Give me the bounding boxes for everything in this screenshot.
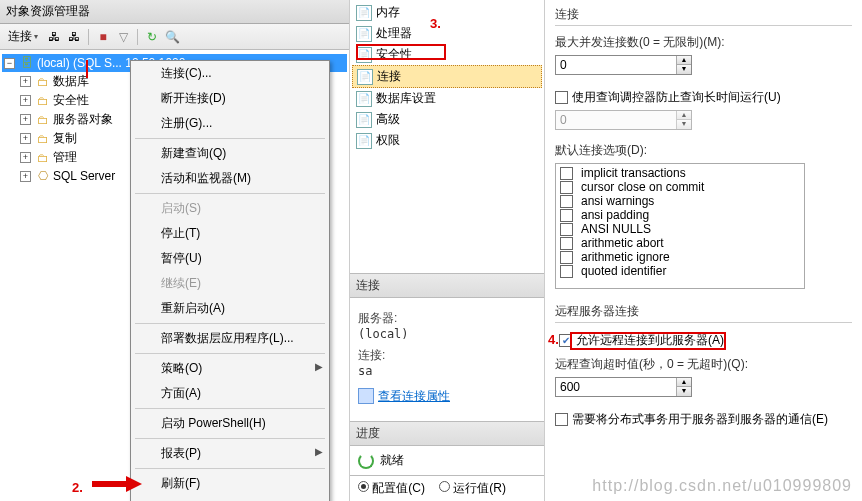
menu-stop[interactable]: 停止(T) bbox=[131, 221, 329, 246]
toolbar-icon-6[interactable]: 🔍 bbox=[164, 29, 180, 45]
radio-label: 运行值(R) bbox=[453, 481, 506, 495]
connect-label: 连接 bbox=[8, 28, 32, 45]
menu-policy[interactable]: 策略(O)▶ bbox=[131, 356, 329, 381]
radio-icon bbox=[439, 481, 450, 492]
default-options-list[interactable]: implicit transactions cursor close on co… bbox=[555, 163, 805, 289]
connect-dropdown[interactable]: 连接▾ bbox=[4, 27, 42, 46]
expand-icon[interactable]: + bbox=[20, 95, 31, 106]
group-remote: 远程服务器连接 bbox=[555, 301, 852, 323]
checkbox-icon[interactable] bbox=[560, 195, 573, 208]
menu-facets[interactable]: 方面(A) bbox=[131, 381, 329, 406]
option-row[interactable]: ansi padding bbox=[558, 208, 802, 222]
page-icon: 📄 bbox=[356, 91, 372, 107]
progress-section-header: 进度 bbox=[350, 421, 544, 446]
nav-label: 权限 bbox=[376, 132, 400, 149]
menu-label: 策略(O) bbox=[161, 361, 202, 375]
option-row[interactable]: quoted identifier bbox=[558, 264, 802, 278]
menu-new-query[interactable]: 新建查询(Q) bbox=[131, 141, 329, 166]
max-connections-label: 最大并发连接数(0 = 无限制)(M): bbox=[555, 34, 852, 51]
refresh-icon[interactable]: ↻ bbox=[144, 29, 160, 45]
tree-label: SQL Server bbox=[53, 169, 115, 183]
menu-activity-monitor[interactable]: 活动和监视器(M) bbox=[131, 166, 329, 191]
checkbox-label: 需要将分布式事务用于服务器到服务器的通信(E) bbox=[572, 412, 828, 426]
checkbox-label: 使用查询调控器防止查询长时间运行(U) bbox=[572, 90, 781, 104]
toolbar-icon-2[interactable]: 🖧 bbox=[66, 29, 82, 45]
nav-permissions[interactable]: 📄权限 bbox=[352, 130, 542, 151]
menu-properties[interactable]: 属性(R) bbox=[131, 496, 329, 501]
expand-icon[interactable]: + bbox=[20, 171, 31, 182]
radio-config-value[interactable]: 配置值(C) bbox=[358, 480, 425, 497]
expand-icon[interactable]: + bbox=[20, 76, 31, 87]
stop-icon[interactable]: ■ bbox=[95, 29, 111, 45]
checkbox-icon[interactable] bbox=[560, 167, 573, 180]
menu-connect[interactable]: 连接(C)... bbox=[131, 61, 329, 86]
menu-powershell[interactable]: 启动 PowerShell(H) bbox=[131, 411, 329, 436]
checkbox-icon[interactable] bbox=[560, 209, 573, 222]
checkbox-icon[interactable] bbox=[560, 223, 573, 236]
checkbox-icon[interactable] bbox=[560, 265, 573, 278]
default-options-label: 默认连接选项(D): bbox=[555, 142, 852, 159]
expand-icon[interactable]: + bbox=[20, 133, 31, 144]
link-label: 查看连接属性 bbox=[378, 388, 450, 405]
page-icon: 📄 bbox=[356, 112, 372, 128]
max-connections-field[interactable] bbox=[556, 56, 676, 74]
object-explorer-toolbar: 连接▾ 🖧 🖧 ■ ▽ ↻ 🔍 bbox=[0, 24, 349, 50]
checkbox-icon[interactable] bbox=[560, 251, 573, 264]
nav-dbsettings[interactable]: 📄数据库设置 bbox=[352, 88, 542, 109]
checkbox-icon[interactable] bbox=[560, 237, 573, 250]
option-row[interactable]: arithmetic abort bbox=[558, 236, 802, 250]
query-governor-checkbox[interactable]: 使用查询调控器防止查询长时间运行(U) bbox=[555, 90, 781, 104]
filter-icon[interactable]: ▽ bbox=[115, 29, 131, 45]
remote-timeout-field[interactable] bbox=[556, 378, 676, 396]
checkbox-icon[interactable] bbox=[560, 181, 573, 194]
max-connections-input[interactable]: ▲▼ bbox=[555, 55, 692, 75]
menu-separator bbox=[135, 138, 325, 139]
option-row[interactable]: ANSI NULLS bbox=[558, 222, 802, 236]
nav-memory[interactable]: 📄内存 bbox=[352, 2, 542, 23]
nav-label: 高级 bbox=[376, 111, 400, 128]
spin-up-icon[interactable]: ▲ bbox=[677, 378, 691, 387]
menu-pause[interactable]: 暂停(U) bbox=[131, 246, 329, 271]
menu-deploy[interactable]: 部署数据层应用程序(L)... bbox=[131, 326, 329, 351]
nav-advanced[interactable]: 📄高级 bbox=[352, 109, 542, 130]
menu-restart[interactable]: 重新启动(A) bbox=[131, 296, 329, 321]
annotation-line bbox=[86, 60, 88, 78]
spin-down-icon[interactable]: ▼ bbox=[677, 387, 691, 396]
option-label: ANSI NULLS bbox=[581, 222, 651, 236]
page-nav-list: 📄内存 📄处理器 📄安全性 📄连接 📄数据库设置 📄高级 📄权限 bbox=[350, 0, 544, 153]
option-row[interactable]: cursor close on commit bbox=[558, 180, 802, 194]
connection-value: sa bbox=[358, 364, 536, 378]
option-row[interactable]: ansi warnings bbox=[558, 194, 802, 208]
menu-disconnect[interactable]: 断开连接(D) bbox=[131, 86, 329, 111]
tree-label: 数据库 bbox=[53, 73, 89, 90]
option-row[interactable]: arithmetic ignore bbox=[558, 250, 802, 264]
toolbar-separator bbox=[88, 29, 89, 45]
option-row[interactable]: implicit transactions bbox=[558, 166, 802, 180]
menu-reports[interactable]: 报表(P)▶ bbox=[131, 441, 329, 466]
radio-running-value[interactable]: 运行值(R) bbox=[439, 480, 506, 497]
menu-register[interactable]: 注册(G)... bbox=[131, 111, 329, 136]
tree-label: 安全性 bbox=[53, 92, 89, 109]
nav-label: 内存 bbox=[376, 4, 400, 21]
toolbar-icon-1[interactable]: 🖧 bbox=[46, 29, 62, 45]
menu-resume: 继续(E) bbox=[131, 271, 329, 296]
governor-field bbox=[556, 111, 676, 129]
agent-icon: ⎔ bbox=[35, 168, 51, 184]
nav-connections[interactable]: 📄连接 bbox=[352, 65, 542, 88]
collapse-icon[interactable]: − bbox=[4, 58, 15, 69]
menu-refresh[interactable]: 刷新(F) bbox=[131, 471, 329, 496]
expand-icon[interactable]: + bbox=[20, 152, 31, 163]
expand-icon[interactable]: + bbox=[20, 114, 31, 125]
spin-down-icon[interactable]: ▼ bbox=[677, 65, 691, 74]
remote-timeout-input[interactable]: ▲▼ bbox=[555, 377, 692, 397]
page-icon: 📄 bbox=[356, 5, 372, 21]
distributed-trans-checkbox[interactable]: 需要将分布式事务用于服务器到服务器的通信(E) bbox=[555, 412, 828, 426]
server-icon: 🗄 bbox=[19, 55, 35, 71]
view-connection-properties-link[interactable]: 查看连接属性 bbox=[358, 388, 450, 405]
spin-up-icon[interactable]: ▲ bbox=[677, 56, 691, 65]
governor-input: ▲▼ bbox=[555, 110, 692, 130]
submenu-arrow-icon: ▶ bbox=[315, 446, 323, 457]
nav-processor[interactable]: 📄处理器 bbox=[352, 23, 542, 44]
svg-marker-0 bbox=[92, 476, 142, 492]
spin-down-icon: ▼ bbox=[677, 120, 691, 129]
